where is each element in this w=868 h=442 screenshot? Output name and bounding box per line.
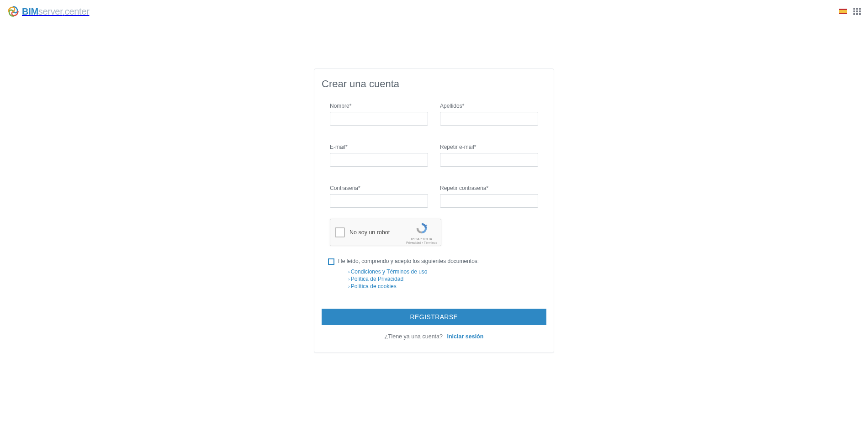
recaptcha-branding: reCAPTCHA Privacidad • Términos (406, 222, 437, 244)
login-prompt: ¿Tiene ya una cuenta? (385, 333, 443, 340)
field-password: Contraseña* (330, 185, 428, 208)
logo-link[interactable]: BIMserver.center (7, 5, 90, 17)
field-repeat-password: Repetir contraseña* (440, 185, 538, 208)
field-apellidos: Apellidos* (440, 103, 538, 126)
register-card: Crear una cuenta Nombre* Apellidos* E-ma… (314, 68, 554, 353)
repeat-email-label: Repetir e-mail* (440, 144, 538, 150)
terms-accept-text: He leído, comprendo y acepto los siguien… (338, 258, 479, 264)
register-button[interactable]: REGISTRARSE (322, 309, 546, 325)
email-input[interactable] (330, 153, 428, 167)
recaptcha-label: No soy un robot (349, 229, 390, 236)
logo-server: server (38, 6, 63, 16)
card-title: Crear una cuenta (322, 78, 546, 90)
header-right (839, 8, 861, 15)
apps-menu-icon[interactable] (853, 8, 861, 15)
card-wrap: Crear una cuenta Nombre* Apellidos* E-ma… (0, 23, 868, 353)
chevron-right-icon: › (348, 284, 350, 289)
recaptcha-links: Privacidad • Términos (406, 241, 437, 244)
logo-bim: BIM (22, 6, 38, 16)
nombre-label: Nombre* (330, 103, 428, 109)
chevron-right-icon: › (348, 276, 350, 282)
nombre-input[interactable] (330, 112, 428, 126)
terms-link-privacy[interactable]: Política de Privacidad (351, 276, 403, 282)
login-link[interactable]: Iniciar sesión (447, 333, 483, 340)
terms-section: He leído, comprendo y acepto los siguien… (328, 258, 538, 289)
password-input[interactable] (330, 194, 428, 208)
logo-center: center (65, 6, 90, 16)
login-line: ¿Tiene ya una cuenta? Iniciar sesión (322, 333, 546, 340)
field-repeat-email: Repetir e-mail* (440, 144, 538, 167)
logo-text: BIMserver.center (22, 6, 90, 17)
apellidos-label: Apellidos* (440, 103, 538, 109)
terms-link-cookies[interactable]: Política de cookies (351, 283, 397, 289)
field-nombre: Nombre* (330, 103, 428, 126)
header: BIMserver.center (0, 0, 868, 23)
repeat-email-input[interactable] (440, 153, 538, 167)
terms-checkbox[interactable] (328, 258, 334, 265)
terms-links-list: ›Condiciones y Términos de uso ›Política… (348, 268, 538, 289)
language-flag-es[interactable] (839, 9, 847, 14)
recaptcha-checkbox[interactable] (335, 227, 345, 237)
recaptcha-icon (415, 222, 428, 235)
password-label: Contraseña* (330, 185, 428, 191)
repeat-password-label: Repetir contraseña* (440, 185, 538, 191)
email-label: E-mail* (330, 144, 428, 150)
apellidos-input[interactable] (440, 112, 538, 126)
logo-icon (7, 5, 19, 17)
svg-rect-1 (839, 10, 847, 13)
form-grid: Nombre* Apellidos* E-mail* Repetir e-mai… (322, 103, 546, 208)
repeat-password-input[interactable] (440, 194, 538, 208)
field-email: E-mail* (330, 144, 428, 167)
recaptcha-widget[interactable]: No soy un robot reCAPTCHA Privacidad • T… (330, 219, 441, 246)
recaptcha-brand: reCAPTCHA (406, 237, 437, 241)
chevron-right-icon: › (348, 269, 350, 274)
terms-link-conditions[interactable]: Condiciones y Términos de uso (351, 268, 428, 275)
